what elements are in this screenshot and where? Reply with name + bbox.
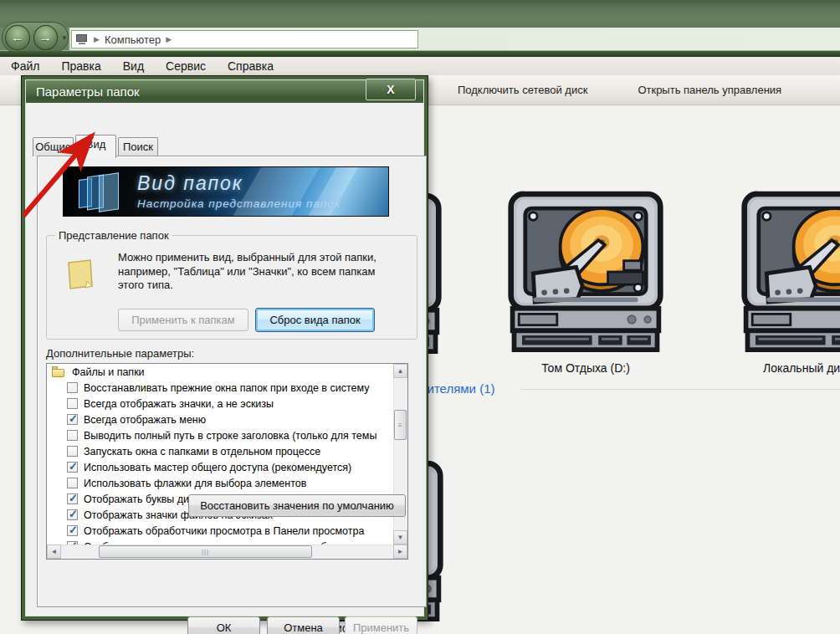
reset-folders-button[interactable]: Сброс вида папок [255, 308, 375, 332]
back-button[interactable]: ← [5, 25, 30, 50]
advanced-settings-label: Дополнительные параметры: [46, 347, 194, 360]
checkbox[interactable] [67, 382, 78, 393]
folder-options-dialog: Параметры папок X Общие Вид Поиск Вид па… [21, 75, 428, 621]
list-item[interactable]: Использовать мастер общего доступа (реко… [47, 459, 393, 475]
list-item[interactable]: Выводить полный путь в строке заголовка … [47, 427, 393, 443]
drive-label[interactable]: Том Отдыха (D:) [506, 361, 665, 375]
folder-small-icon [52, 366, 65, 377]
menu-file[interactable]: Файл [0, 59, 50, 73]
folder-view-groupbox: Представление папок Можно применить вид,… [46, 235, 417, 340]
menu-bar: Файл Правка Вид Сервис Справка [0, 57, 840, 75]
apply-button[interactable]: Применить [345, 616, 417, 634]
checkbox[interactable] [67, 478, 78, 488]
checkbox[interactable] [67, 509, 78, 520]
map-network-drive-button[interactable]: Подключить сетевой диск [446, 84, 599, 96]
scroll-left-icon[interactable]: ◄ [47, 545, 61, 559]
drive-item-d[interactable]: Том Отдыха (D:) [506, 191, 665, 375]
breadcrumb-arrow-icon[interactable]: ▶ [166, 35, 172, 43]
tab-view[interactable]: Вид [75, 135, 116, 158]
scroll-down-icon[interactable]: ▼ [393, 530, 407, 545]
group-divider [520, 389, 840, 390]
banner-title: Вид папок [137, 172, 243, 195]
horizontal-scrollbar[interactable]: ◄ ||| ► [47, 545, 407, 559]
tab-search[interactable]: Поиск [118, 137, 158, 156]
dialog-title-bar[interactable]: Параметры папок [26, 80, 423, 103]
screen: ← → ▼ ▶ Компьютер ▶ Файл Правка Вид Серв… [0, 0, 840, 634]
advanced-settings-list[interactable]: Файлы и папки Восстанавливать прежние ок… [46, 363, 408, 560]
folder-views-banner: Вид папок Настройка представления папок [63, 166, 389, 217]
title-separator [0, 51, 840, 57]
ok-button[interactable]: ОК [187, 616, 260, 634]
checkbox[interactable] [67, 398, 78, 409]
checkbox[interactable] [67, 525, 78, 536]
open-control-panel-button[interactable]: Открыть панель управления [626, 84, 793, 96]
close-icon: X [387, 83, 394, 96]
apply-to-folders-button[interactable]: Применить к папкам [118, 309, 248, 331]
vertical-scrollbar[interactable]: ▲ ≡ ▼ [393, 364, 407, 545]
folders-icon [79, 174, 125, 211]
folder-icon [65, 258, 95, 291]
cancel-button[interactable]: Отмена [267, 616, 340, 634]
checkbox[interactable] [67, 493, 78, 504]
address-breadcrumb[interactable]: ▶ Компьютер ▶ [71, 30, 418, 49]
window-top-bar [0, 0, 840, 28]
dialog-body: Общие Вид Поиск Вид папок Настройка пред… [26, 103, 423, 616]
list-item[interactable]: Запускать окна с папками в отдельном про… [47, 443, 393, 459]
menu-edit[interactable]: Правка [50, 59, 111, 73]
folder-view-description: Можно применить вид, выбранный для этой … [118, 251, 411, 293]
close-button[interactable]: X [366, 79, 416, 100]
horizontal-scroll-thumb[interactable]: ||| [99, 545, 312, 558]
restore-defaults-button[interactable]: Восстановить значения по умолчанию [188, 494, 406, 517]
menu-help[interactable]: Справка [217, 59, 284, 73]
recent-pages-dropdown-icon[interactable]: ▼ [61, 34, 68, 42]
view-tab-panel: Вид папок Настройка представления папок … [37, 156, 427, 607]
tab-general[interactable]: Общие [33, 137, 74, 156]
groupbox-legend: Представление папок [55, 229, 172, 242]
hard-drive-icon [740, 191, 840, 355]
checkbox[interactable] [67, 446, 78, 457]
checkbox[interactable] [67, 430, 78, 441]
computer-icon [75, 34, 89, 45]
scroll-right-icon[interactable]: ► [393, 545, 407, 559]
list-group-files-and-folders[interactable]: Файлы и папки [47, 364, 393, 380]
list-item[interactable]: Восстанавливать прежние окна папок при в… [47, 380, 393, 396]
scroll-up-icon[interactable]: ▲ [393, 364, 407, 378]
menu-view[interactable]: Вид [112, 59, 155, 73]
breadcrumb-location[interactable]: Компьютер [105, 33, 161, 46]
list-item[interactable]: Всегда отображать значки, а не эскизы [47, 396, 393, 412]
hard-drive-icon [506, 191, 665, 355]
forward-button[interactable]: → [33, 25, 59, 50]
checkbox[interactable] [67, 462, 78, 473]
list-item[interactable]: Всегда отображать меню [47, 412, 393, 427]
vertical-scroll-thumb[interactable]: ≡ [394, 410, 407, 440]
list-item[interactable]: Использовать флажки для выбора элементов [47, 475, 393, 491]
dialog-title: Параметры папок [36, 84, 140, 99]
address-bar-row: ← → ▼ ▶ Компьютер ▶ [0, 28, 840, 51]
removable-devices-group-header[interactable]: сителями (1) [421, 381, 495, 396]
navigation-buttons: ← → ▼ [2, 22, 69, 54]
drive-label[interactable]: Локальный ди [740, 361, 840, 375]
list-item[interactable]: Отображать обработчики просмотра в Панел… [47, 523, 393, 539]
drive-item-local[interactable]: Локальный ди [740, 191, 840, 375]
banner-subtitle: Настройка представления папок [137, 197, 341, 210]
menu-tools[interactable]: Сервис [155, 59, 217, 73]
breadcrumb-arrow-icon[interactable]: ▶ [94, 35, 100, 43]
checkbox[interactable] [67, 414, 78, 425]
list-item[interactable]: Отображать описание для папок и элементо… [47, 539, 393, 545]
